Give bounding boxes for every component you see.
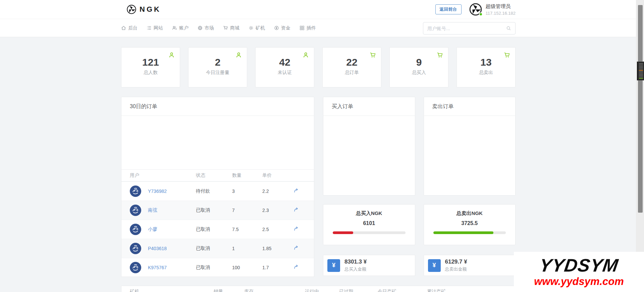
status-cell: 已取消	[187, 245, 224, 251]
user-cell: P403618	[121, 243, 187, 254]
open-order-button[interactable]	[284, 264, 314, 271]
ngk-logo-icon	[126, 4, 137, 14]
nav-label: 后台	[128, 25, 138, 31]
open-order-button[interactable]	[284, 188, 314, 195]
cart-icon	[370, 52, 376, 58]
nav-item-plugins[interactable]: 插件	[300, 25, 316, 31]
price-cell: 2.2	[254, 189, 284, 194]
row-avatar	[130, 205, 141, 216]
minimap-marker-green	[639, 78, 643, 79]
total-sell-title: 总卖出NGK	[424, 210, 516, 217]
redo-arrow-icon	[293, 245, 299, 250]
header-right: 返回前台 超级管理员 117.152.16.182	[435, 3, 516, 16]
nav-item-website[interactable]: 网站	[147, 25, 163, 31]
miners-col-sales: 销量	[214, 289, 223, 292]
nav-item-funds[interactable]: 资金	[274, 25, 290, 31]
user-search	[423, 22, 516, 34]
stat-value: 9	[390, 57, 448, 68]
open-order-button[interactable]	[284, 226, 314, 233]
user-icon	[235, 52, 242, 58]
minimap-widget[interactable]	[637, 62, 644, 80]
redo-arrow-icon	[293, 226, 299, 231]
back-to-front-button[interactable]: 返回前台	[435, 4, 462, 14]
stat-card-today-registered: 2 今日注册量	[188, 47, 247, 87]
brand-text: NGK	[140, 5, 161, 14]
home-icon	[121, 25, 126, 30]
nav-item-accounts[interactable]: 账户	[172, 25, 189, 31]
sell-amount-value: 6129.7 ¥	[445, 259, 467, 265]
stat-label: 总买入	[390, 70, 448, 76]
nav-label: 账户	[179, 25, 189, 31]
open-order-button[interactable]	[284, 245, 314, 252]
user-link[interactable]: 南弦	[148, 207, 157, 213]
gear-icon	[249, 25, 254, 30]
ngk-admin-dashboard: NGK 返回前台 超级管理员 117.152.16.182 后台 网站	[0, 0, 644, 292]
plugin-icon	[300, 25, 305, 30]
open-order-button[interactable]	[284, 207, 314, 214]
user-link[interactable]: P403618	[148, 246, 167, 251]
cart-icon	[223, 25, 228, 30]
buy-orders-card: 买入订单	[323, 97, 415, 196]
yuan-icon: ¥	[327, 259, 340, 272]
nav-item-miners[interactable]: 矿机	[249, 25, 265, 31]
row-avatar	[130, 243, 141, 254]
total-sell-ngk-card: 总卖出NGK 3725.5	[424, 204, 516, 245]
table-row: P403618 已取消 1 1.85	[121, 239, 314, 258]
nav-label: 市场	[205, 25, 214, 31]
miners-table-card: 矿机 销量 库存 运行中 已过期 今日产矿 累计产矿	[121, 286, 516, 292]
miners-col-today-output: 今日产矿	[378, 289, 396, 292]
amount-meta: 8301.3 ¥ 总买入金额	[344, 259, 367, 272]
price-cell: 2.5	[254, 227, 284, 232]
nav-item-mall[interactable]: 商城	[223, 25, 239, 31]
total-buy-value: 6101	[323, 220, 415, 226]
user-cell: 小廖	[121, 224, 187, 235]
stat-label: 未认证	[256, 70, 314, 76]
total-buy-ngk-card: 总买入NGK 6101	[323, 204, 415, 245]
orders-table-header: 用户 状态 数量 单价	[121, 169, 314, 181]
col-price: 单价	[254, 172, 284, 178]
qty-cell: 1	[224, 246, 254, 251]
user-name: 超级管理员	[486, 3, 516, 10]
user-link[interactable]: Y736982	[148, 189, 167, 194]
miners-col-running: 运行中	[305, 289, 319, 292]
status-cell: 已取消	[187, 226, 224, 232]
qty-cell: 7	[224, 208, 254, 213]
row-avatar	[130, 224, 141, 235]
nav-item-dashboard[interactable]: 后台	[121, 25, 138, 31]
price-cell: 1.7	[254, 265, 284, 270]
stat-card-total-orders: 22 总订单	[322, 47, 381, 87]
buy-amount-value: 8301.3 ¥	[344, 259, 367, 265]
nav-item-market[interactable]: 市场	[198, 25, 214, 31]
stat-label: 总人数	[121, 70, 180, 76]
total-buy-title: 总买入NGK	[323, 210, 415, 217]
qty-cell: 7.5	[224, 227, 254, 232]
price-cell: 1.85	[254, 246, 284, 251]
user-menu[interactable]: 超级管理员 117.152.16.182	[469, 3, 516, 16]
status-cell: 已取消	[187, 265, 224, 271]
scrollbar-thumb[interactable]	[638, 5, 643, 213]
minimap-marker-orange	[639, 70, 643, 71]
globe-icon	[198, 25, 203, 30]
orders-30d-card: 30日的订单 用户 状态 数量 单价 Y736982 待付款 3 2.2	[121, 97, 314, 277]
miners-col-expired: 已过期	[339, 289, 353, 292]
orders-card-title: 30日的订单	[121, 97, 314, 116]
col-user: 用户	[121, 172, 187, 178]
user-cell: Y736982	[121, 186, 187, 197]
search-input[interactable]	[427, 26, 506, 31]
miners-col-total-output: 累计产矿	[427, 289, 446, 292]
stat-card-total-sells: 13 总卖出	[457, 47, 516, 87]
row-avatar	[130, 262, 141, 273]
stat-label: 总卖出	[457, 70, 515, 76]
stat-card-total-users: 121 总人数	[121, 47, 180, 87]
table-row: Y736982 待付款 3 2.2	[121, 181, 314, 201]
amount-meta: 6129.7 ¥ 总卖出金额	[445, 259, 467, 272]
user-link[interactable]: 小廖	[148, 226, 157, 232]
miners-col-stock: 库存	[244, 289, 254, 292]
user-link[interactable]: K975767	[148, 265, 167, 270]
search-icon[interactable]	[506, 26, 511, 31]
nav-label: 资金	[281, 25, 290, 31]
app-header: NGK 返回前台 超级管理员 117.152.16.182	[0, 0, 644, 19]
user-meta: 超级管理员 117.152.16.182	[486, 3, 516, 16]
qty-cell: 3	[224, 189, 254, 194]
total-buy-progress	[333, 231, 406, 234]
